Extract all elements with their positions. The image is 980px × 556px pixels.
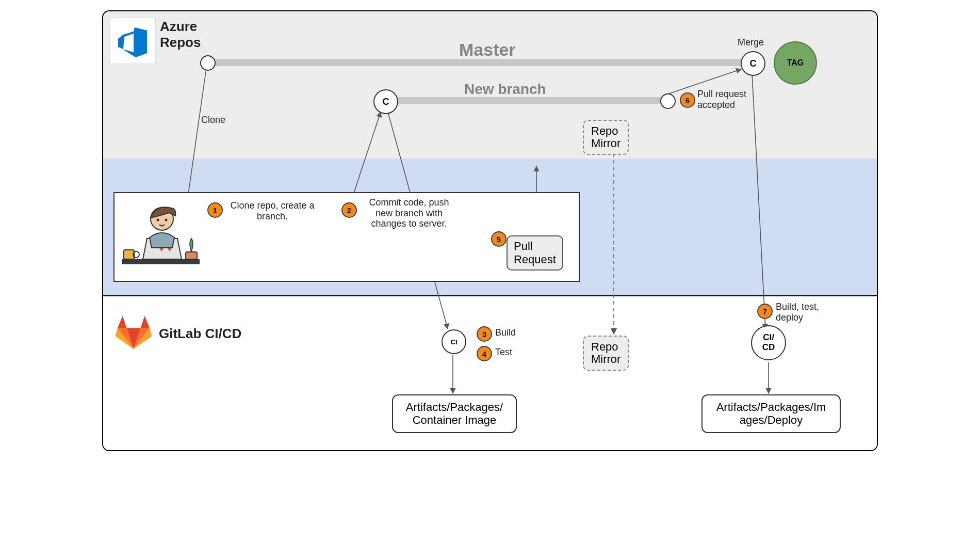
- developer-icon: [120, 197, 202, 279]
- ci-node: CI: [442, 329, 466, 354]
- merge-commit-node: C: [741, 51, 765, 76]
- tag-label: TAG: [787, 58, 804, 68]
- new-branch-label: New branch: [464, 81, 546, 98]
- step-7-badge: 7: [757, 304, 773, 319]
- step-1-badge: 1: [207, 202, 223, 218]
- step-6-text: Pull request accepted: [697, 89, 759, 110]
- step-5-badge: 5: [491, 231, 507, 247]
- tag-node: TAG: [774, 41, 817, 85]
- diagram-canvas: Azure Repos Master New branch C Merge TA…: [102, 10, 878, 451]
- gitlab-title: GitLab CI/CD: [159, 326, 241, 342]
- azure-devops-icon: [109, 18, 156, 64]
- master-branch-label: Master: [459, 40, 516, 60]
- artifacts-left-box: Artifacts/Packages/ Container Image: [392, 394, 517, 433]
- merge-label: Merge: [738, 37, 764, 48]
- step-4-badge: 4: [477, 346, 492, 361]
- svg-point-17: [165, 219, 168, 221]
- step-3-badge: 3: [477, 326, 492, 342]
- svg-rect-14: [186, 252, 197, 259]
- master-start-node: [200, 55, 216, 71]
- ci-node-label: CI: [451, 338, 458, 346]
- repo-mirror-bottom: Repo Mirror: [583, 336, 629, 371]
- gitlab-header: GitLab CI/CD: [116, 316, 241, 351]
- clone-label: Clone: [201, 115, 225, 125]
- newbranch-end-node: [660, 93, 676, 109]
- merge-commit-label: C: [750, 58, 757, 69]
- newbranch-commit-node: C: [373, 89, 398, 114]
- step-6-badge: 6: [680, 92, 695, 108]
- step-4-text: Test: [495, 347, 512, 358]
- cicd-node: CI/ CD: [751, 325, 786, 360]
- svg-point-16: [157, 219, 159, 221]
- developer-box: 1 Clone repo, create a branch. 2 Commit …: [113, 192, 580, 282]
- step-2-badge: 2: [341, 202, 357, 218]
- cicd-node-label: CI/ CD: [762, 333, 775, 352]
- step-3-text: Build: [495, 327, 516, 338]
- step-7-text: Build, test, deploy: [776, 301, 832, 323]
- step-1-text: Clone repo, create a branch.: [226, 200, 319, 221]
- step-2-text: Commit code, push new branch with change…: [360, 197, 458, 229]
- repo-mirror-top: Repo Mirror: [583, 120, 629, 155]
- pull-request-box: Pull Request: [507, 235, 563, 271]
- newbranch-commit-label: C: [383, 97, 389, 107]
- gitlab-icon: [116, 316, 152, 351]
- svg-rect-11: [122, 259, 200, 264]
- artifacts-right-box: Artifacts/Packages/Im ages/Deploy: [701, 394, 841, 433]
- azure-repos-title: Azure Repos: [160, 19, 201, 51]
